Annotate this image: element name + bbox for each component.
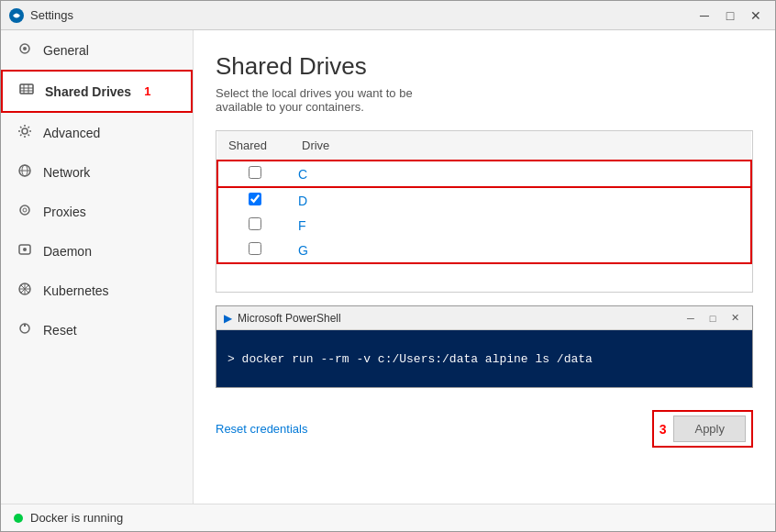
sidebar-label-network: Network [43, 165, 90, 180]
drive-g-label: G [291, 238, 751, 263]
window-title: Settings [30, 8, 73, 22]
sidebar-item-shared-drives[interactable]: Shared Drives 1 [1, 70, 193, 113]
page-title: Shared Drives [216, 52, 753, 81]
checkbox-g-cell[interactable] [217, 238, 291, 263]
sidebar-label-proxies: Proxies [43, 205, 86, 219]
checkbox-d[interactable] [249, 193, 261, 205]
sidebar-item-general[interactable]: General [1, 30, 193, 70]
table-empty-space [216, 264, 752, 292]
table-row: F [217, 213, 751, 238]
apply-area: 3 Apply [652, 410, 753, 448]
checkbox-f[interactable] [249, 217, 261, 230]
sidebar-item-proxies[interactable]: Proxies [1, 192, 193, 231]
table-row: D [217, 187, 751, 213]
terminal-title: Microsoft PowerShell [238, 312, 341, 325]
status-bar: Docker is running [1, 504, 775, 531]
drive-c-label: C [291, 161, 751, 187]
terminal-command: > docker run --rm -v c:/Users:/data alpi… [227, 352, 593, 366]
page-description: Select the local drives you want to beav… [216, 86, 753, 114]
maximize-button[interactable]: □ [718, 6, 742, 26]
sidebar: General Shared Drives 1 [1, 30, 194, 504]
footer: Reset credentials 3 Apply [216, 401, 753, 460]
title-bar-left: Settings [8, 7, 73, 24]
sidebar-label-kubernetes: Kubernetes [43, 283, 109, 298]
reset-icon [16, 321, 34, 338]
sidebar-item-daemon[interactable]: Daemon [1, 231, 193, 271]
content-area: General Shared Drives 1 [1, 30, 775, 504]
close-button[interactable]: ✕ [744, 6, 768, 26]
terminal-titlebar: ▶ Microsoft PowerShell ─ □ ✕ [216, 306, 752, 330]
svg-point-12 [20, 205, 29, 215]
svg-point-8 [22, 128, 28, 134]
checkbox-g[interactable] [249, 242, 261, 255]
sidebar-label-general: General [43, 43, 89, 58]
apply-badge: 3 [660, 422, 667, 437]
drive-f-label: F [291, 213, 751, 238]
terminal-close-button[interactable]: ✕ [725, 310, 745, 327]
daemon-icon [16, 242, 34, 260]
checkbox-c[interactable] [249, 166, 261, 179]
kubernetes-icon [16, 282, 34, 299]
terminal-maximize-button[interactable]: □ [703, 310, 723, 327]
reset-credentials-button[interactable]: Reset credentials [216, 422, 307, 436]
sidebar-item-network[interactable]: Network [1, 152, 193, 192]
docker-status-dot [14, 514, 23, 523]
drive-d-label: D [291, 187, 751, 213]
shared-drives-badge: 1 [144, 84, 150, 98]
sidebar-item-reset[interactable]: Reset [1, 310, 193, 349]
table-row: G [217, 238, 751, 263]
terminal-minimize-button[interactable]: ─ [681, 310, 701, 327]
main-panel: Shared Drives Select the local drives yo… [194, 30, 775, 504]
sidebar-label-shared-drives: Shared Drives [45, 84, 131, 99]
svg-point-15 [23, 248, 27, 251]
settings-window: Settings ─ □ ✕ General [0, 0, 776, 532]
checkbox-f-cell[interactable] [217, 213, 291, 238]
sidebar-label-reset: Reset [43, 323, 77, 338]
shared-drives-icon [17, 83, 36, 100]
apply-button[interactable]: Apply [673, 416, 746, 442]
docker-status-text: Docker is running [30, 511, 123, 525]
terminal-container: ▶ Microsoft PowerShell ─ □ ✕ > docker ru… [216, 305, 753, 388]
terminal-body: > docker run --rm -v c:/Users:/data alpi… [216, 330, 752, 387]
app-icon [8, 7, 25, 24]
minimize-button[interactable]: ─ [693, 6, 716, 26]
advanced-icon [16, 124, 34, 141]
checkbox-d-cell[interactable] [217, 187, 291, 213]
svg-rect-3 [20, 84, 33, 94]
title-controls: ─ □ ✕ [693, 6, 768, 26]
general-icon [16, 41, 34, 59]
checkbox-c-cell[interactable] [217, 161, 291, 187]
network-icon [16, 163, 34, 181]
drives-table-container: Shared Drive C [216, 130, 753, 293]
sidebar-label-advanced: Advanced [43, 126, 100, 140]
powershell-icon: ▶ [224, 312, 232, 325]
sidebar-item-advanced[interactable]: Advanced [1, 113, 193, 152]
table-row: C [217, 161, 751, 187]
sidebar-item-kubernetes[interactable]: Kubernetes [1, 271, 193, 310]
col-drive: Drive [291, 131, 751, 161]
drives-table: Shared Drive C [216, 131, 752, 264]
sidebar-label-daemon: Daemon [43, 244, 92, 259]
title-bar: Settings ─ □ ✕ [1, 1, 775, 30]
svg-point-2 [23, 47, 27, 50]
terminal-controls: ─ □ ✕ [681, 310, 745, 327]
proxies-icon [16, 203, 34, 220]
terminal-titlebar-left: ▶ Microsoft PowerShell [224, 312, 341, 325]
svg-point-13 [23, 208, 27, 212]
col-shared: Shared [217, 131, 291, 161]
